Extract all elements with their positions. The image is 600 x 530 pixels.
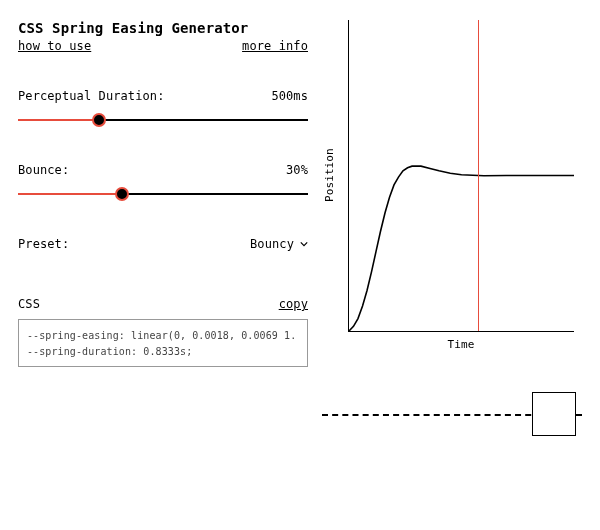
preset-select[interactable]: Bouncy [250,237,308,251]
more-info-link[interactable]: more info [242,39,308,53]
preview-box [532,392,576,436]
bounce-value: 30% [286,163,308,177]
css-label: CSS [18,297,40,311]
spring-chart: Position Time [322,20,582,360]
preset-selected: Bouncy [250,237,294,251]
animation-preview [322,390,582,440]
chevron-down-icon [300,240,308,248]
copy-button[interactable]: copy [279,297,308,311]
time-marker [478,20,480,331]
duration-label: Perceptual Duration: [18,89,165,103]
preset-label: Preset: [18,237,69,251]
page-title: CSS Spring Easing Generator [18,20,308,36]
css-output[interactable]: --spring-easing: linear(0, 0.0018, 0.006… [18,319,308,367]
chart-ylabel: Position [322,20,336,330]
bounce-slider[interactable] [18,187,308,201]
chart-xlabel: Time [348,338,574,351]
duration-value: 500ms [271,89,308,103]
bounce-label: Bounce: [18,163,69,177]
duration-slider[interactable] [18,113,308,127]
how-to-use-link[interactable]: how to use [18,39,91,53]
